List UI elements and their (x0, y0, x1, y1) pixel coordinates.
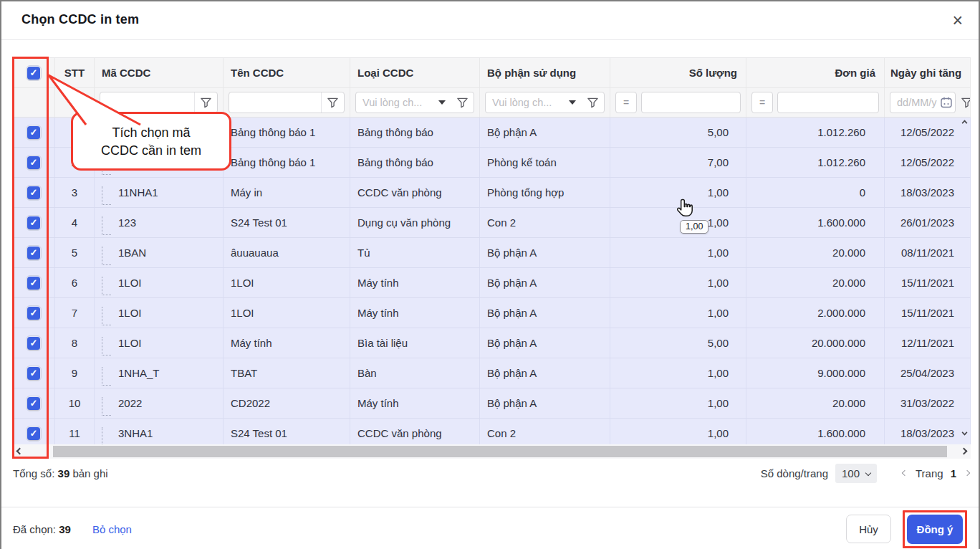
header-don-gia: Đơn giá (746, 58, 885, 87)
cell-loai-ccdc: Máy tính (350, 298, 480, 328)
deselect-all-link[interactable]: Bỏ chọn (92, 523, 132, 535)
ten-filter-input[interactable] (229, 92, 321, 113)
cell-bo-phan: Bộ phận A (480, 358, 610, 388)
row-checkbox-cell: ✓ (13, 148, 55, 177)
row-checkbox[interactable]: ✓ (27, 427, 40, 440)
horizontal-scrollbar[interactable] (13, 444, 971, 459)
cancel-button[interactable]: Hủy (846, 515, 891, 543)
ok-button[interactable]: Đồng ý (907, 515, 963, 544)
cell-bo-phan: Con 2 (480, 208, 610, 237)
row-checkbox[interactable]: ✓ (27, 277, 40, 290)
cell-ten-ccdc: Bảng thông báo 1 (224, 118, 350, 147)
next-page-button[interactable] (964, 471, 971, 475)
ngay-date-filter[interactable]: dd/MM/y (890, 92, 956, 113)
cell-bo-phan: Phòng tổng hợp (480, 178, 610, 207)
cell-ma-ccdc: 3NHA1 (95, 419, 224, 444)
table-row[interactable]: ✓ 6 1LOI 1LOI Máy tính Bộ phận A 1,00 20… (13, 268, 971, 298)
value-tooltip: 1,00 (680, 220, 708, 234)
table-row[interactable]: ✓ 8 1LOI Máy tính Bìa tài liệu Bộ phận A… (13, 328, 971, 358)
row-checkbox[interactable]: ✓ (27, 367, 40, 380)
row-checkbox[interactable]: ✓ (27, 156, 40, 169)
chevron-right-icon (964, 470, 970, 476)
cell-ngay-ghi-tang: 15/11/2021 (885, 298, 971, 328)
cell-ngay-ghi-tang: 18/03/2023 (885, 419, 971, 444)
prev-page-button[interactable] (901, 471, 908, 475)
tree-node-icon (102, 427, 111, 445)
select-all-checkbox[interactable]: ✓ (27, 67, 40, 80)
cell-ma-ccdc: 11NHA1 (95, 178, 224, 207)
header-ngay-ghi-tang: Ngày ghi tăng (885, 58, 971, 87)
row-checkbox[interactable]: ✓ (27, 307, 40, 320)
filter-funnel-icon (327, 97, 339, 109)
table-header-row: ✓ STT Mã CCDC Tên CCDC Loại CCDC Bộ phận… (13, 57, 971, 87)
cell-so-luong: 1,00 (610, 268, 746, 297)
scroll-right-icon[interactable] (961, 448, 968, 455)
cell-loai-ccdc: Bàn (350, 358, 480, 388)
row-checkbox-cell: ✓ (13, 118, 55, 147)
dropdown-caret-icon (569, 100, 576, 105)
cell-so-luong: 1,00 (610, 419, 746, 444)
row-checkbox-cell: ✓ (13, 208, 55, 237)
table-row[interactable]: ✓ 3 11NHA1 Máy in CCDC văn phòng Phòng t… (13, 178, 971, 208)
header-bo-phan: Bộ phận sử dụng (480, 58, 610, 87)
cell-bo-phan: Bộ phận A (480, 118, 610, 147)
header-ma-ccdc: Mã CCDC (95, 58, 224, 87)
table-row[interactable]: ✓ 11 3NHA1 S24 Test 01 CCDC văn phòng Co… (13, 419, 971, 444)
horizontal-scroll-thumb[interactable] (53, 446, 947, 457)
cell-loai-ccdc: CCDC văn phòng (350, 178, 480, 207)
cell-loai-ccdc: CCDC văn phòng (350, 419, 480, 444)
ma-filter-box (100, 92, 218, 113)
cell-stt: 3 (55, 178, 95, 207)
row-checkbox[interactable]: ✓ (27, 397, 40, 410)
row-checkbox[interactable]: ✓ (27, 337, 40, 350)
row-checkbox[interactable]: ✓ (27, 247, 40, 259)
row-checkbox[interactable]: ✓ (27, 186, 40, 199)
row-checkbox-cell: ✓ (13, 178, 55, 207)
row-checkbox[interactable]: ✓ (27, 126, 40, 139)
filter-loai-cell: Vui lòng ch... (350, 88, 480, 117)
scroll-left-icon[interactable] (16, 448, 24, 455)
page-label: Trang (916, 467, 943, 479)
cell-ten-ccdc: âuuauaua (224, 238, 350, 267)
ok-button-annotation-rect: Đồng ý (903, 510, 967, 548)
cell-loai-ccdc: Dụng cụ văn phòng (350, 208, 480, 237)
row-checkbox-cell: ✓ (13, 388, 55, 418)
check-icon: ✓ (30, 157, 38, 168)
row-checkbox-cell: ✓ (13, 328, 55, 358)
table-row[interactable]: ✓ 4 123 S24 Test 01 Dụng cụ văn phòng Co… (13, 208, 971, 238)
ma-filter-funnel[interactable] (194, 92, 217, 113)
soluong-filter-input[interactable] (642, 92, 740, 113)
loai-filter-funnel[interactable] (451, 92, 474, 113)
close-icon[interactable]: × (952, 9, 963, 31)
ten-filter-funnel[interactable] (321, 92, 344, 113)
row-checkbox-cell: ✓ (13, 298, 55, 328)
ma-filter-input[interactable] (100, 92, 194, 113)
soluong-equals-operator[interactable]: = (615, 92, 637, 113)
dropdown-caret-icon (438, 100, 446, 105)
bophan-filter-select[interactable]: Vui lòng ch... (485, 92, 605, 113)
hand-cursor-icon (676, 198, 696, 219)
chevron-down-icon (865, 470, 871, 476)
check-icon: ✓ (30, 338, 38, 348)
dongia-equals-operator[interactable]: = (751, 92, 773, 113)
tree-node-icon (102, 307, 111, 325)
soluong-filter-box (641, 92, 741, 113)
table-row[interactable]: ✓ 7 1LOI 1LOI Máy tính Bộ phận A 1,00 2.… (13, 298, 971, 328)
cell-ma-ccdc: 1NHA_T (95, 358, 224, 388)
dongia-filter-input[interactable] (778, 92, 878, 113)
check-icon: ✓ (30, 247, 38, 258)
check-icon: ✓ (30, 217, 38, 228)
row-checkbox[interactable]: ✓ (27, 216, 40, 229)
filter-dongia-cell: = (746, 88, 885, 117)
loai-filter-select[interactable]: Vui lòng ch... (355, 92, 474, 113)
tree-node-icon (102, 397, 111, 416)
filter-funnel-icon[interactable] (961, 97, 971, 109)
tree-node-icon (102, 337, 111, 355)
ten-filter-box (229, 92, 345, 113)
cell-ma-ccdc: 1BAN (95, 238, 224, 267)
table-row[interactable]: ✓ 5 1BAN âuuauaua Tủ Bộ phận A 1,00 20.0… (13, 238, 971, 268)
bophan-filter-funnel[interactable] (581, 92, 604, 113)
table-row[interactable]: ✓ 10 2022 CD2022 Máy tính Bộ phận A 1,00… (13, 388, 971, 419)
per-page-select[interactable]: 100 (835, 464, 877, 483)
table-row[interactable]: ✓ 9 1NHA_T TBAT Bàn Bộ phận A 1,00 9.000… (13, 358, 971, 388)
